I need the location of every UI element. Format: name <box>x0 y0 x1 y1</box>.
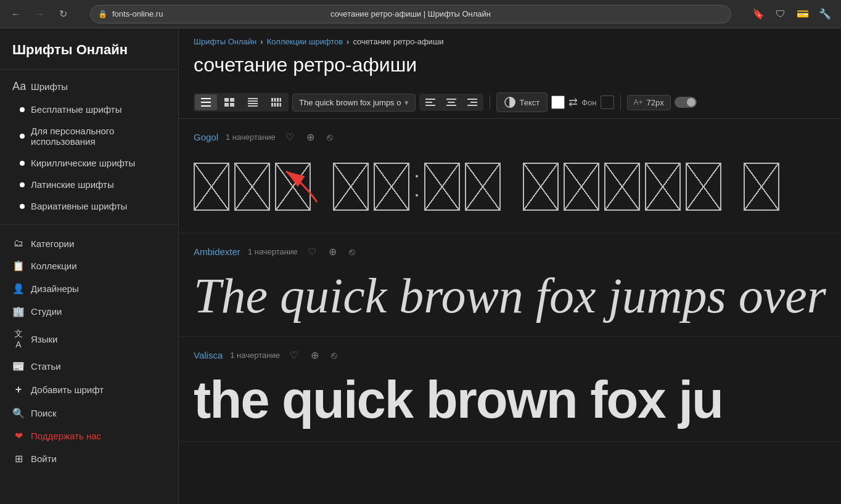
preview-text-select[interactable]: The quick brown fox jumps о ▾ <box>292 94 416 112</box>
font-header-gogol: Gogol 1 начертание ♡ ⊕ ⎋ <box>194 129 826 145</box>
broken-char-3 <box>275 163 311 211</box>
svg-rect-3 <box>224 98 229 102</box>
sidebar-item-articles[interactable]: 📰 Статьи <box>0 355 178 378</box>
layout-grid2-btn[interactable] <box>218 94 240 110</box>
font-favorite-btn-gogol[interactable]: ♡ <box>283 129 297 145</box>
dot-icon-4 <box>20 182 25 187</box>
sidebar-item-designers[interactable]: 👤 Дизайнеры <box>0 277 178 300</box>
font-preview-gogol[interactable]: .broken-char { display:inline-block; wid… <box>194 153 826 221</box>
font-share-btn-valisca[interactable]: ⎋ <box>329 348 340 364</box>
font-addlist-btn-valisca[interactable]: ⊕ <box>308 347 321 364</box>
toggle-switch[interactable] <box>675 97 697 108</box>
align-right-btn[interactable] <box>462 95 482 110</box>
layout-compact-btn[interactable] <box>242 94 264 110</box>
text-color-swatch[interactable] <box>551 96 565 109</box>
broken-char-10 <box>604 163 640 211</box>
preview-text-value: The quick brown fox jumps о <box>299 98 401 107</box>
add-icon: + <box>12 383 25 396</box>
tab-title: сочетание ретро-афиши | Шрифты Онлайн <box>330 9 491 18</box>
broken-char-9 <box>564 163 599 211</box>
svg-rect-15 <box>271 103 273 107</box>
layout-list-btn[interactable] <box>195 94 217 110</box>
bg-label: Фон <box>581 98 596 107</box>
font-favorite-btn-valisca[interactable]: ♡ <box>287 347 301 364</box>
sidebar-item-support[interactable]: ❤ Поддержать нас <box>0 425 178 447</box>
bg-color-swatch[interactable] <box>601 96 614 109</box>
font-style-count-gogol: 1 начертание <box>226 132 276 142</box>
swap-icon[interactable]: ⇄ <box>568 96 578 109</box>
back-button[interactable]: ← <box>7 6 25 23</box>
main-content: Шрифты Онлайн › Коллекции шрифтов › соче… <box>179 28 841 504</box>
languages-icon: 文A <box>12 328 25 349</box>
svg-rect-14 <box>280 98 282 102</box>
sidebar-item-fonts-label: Шрифты <box>31 81 68 92</box>
sidebar-item-studios[interactable]: 🏢 Студии <box>0 300 178 323</box>
font-preview-valisca[interactable]: the quick brown fox ju <box>194 371 826 429</box>
font-name-ambidexter[interactable]: Ambidexter <box>194 246 240 257</box>
svg-rect-26 <box>470 102 477 103</box>
bookmark-button[interactable]: 🔖 <box>750 6 767 23</box>
svg-rect-8 <box>248 100 258 102</box>
sidebar-divider-1 <box>0 224 178 225</box>
sidebar-item-free[interactable]: Бесплатные шрифты <box>0 99 178 120</box>
svg-rect-18 <box>280 103 282 107</box>
sidebar-item-categories[interactable]: 🗂 Категории <box>0 232 178 254</box>
address-bar[interactable]: 🔒 fonts-online.ru сочетание ретро-афиши … <box>90 5 731 23</box>
sidebar-item-languages-label: Языки <box>31 334 57 344</box>
sidebar-item-cyrillic[interactable]: Кириллические шрифты <box>0 152 178 174</box>
font-name-gogol[interactable]: Gogol <box>194 132 218 142</box>
search-icon: 🔍 <box>12 407 25 419</box>
svg-rect-2 <box>201 105 211 107</box>
size-prefix: A+ <box>634 98 643 107</box>
broken-char-5 <box>374 163 409 211</box>
forward-button[interactable]: → <box>31 6 48 23</box>
sidebar-item-languages[interactable]: 文A Языки <box>0 323 178 355</box>
svg-rect-23 <box>448 102 455 103</box>
font-share-btn-gogol[interactable]: ⎋ <box>324 129 335 145</box>
extension1-button[interactable]: 🛡 <box>772 6 789 23</box>
layout-buttons <box>194 93 289 112</box>
font-preview-ambidexter[interactable]: The quick brown fox jumps over <box>194 267 826 324</box>
fonts-icon: Аа <box>12 80 25 93</box>
text-align-buttons <box>419 94 483 111</box>
sidebar-item-latin[interactable]: Латинские шрифты <box>0 174 178 195</box>
svg-rect-11 <box>271 98 273 102</box>
font-favorite-btn-ambidexter[interactable]: ♡ <box>305 243 319 260</box>
font-header-ambidexter: Ambidexter 1 начертание ♡ ⊕ ⎋ <box>194 243 826 260</box>
sidebar-item-search[interactable]: 🔍 Поиск <box>0 402 178 425</box>
layout-grid4-btn[interactable] <box>265 94 287 110</box>
reload-button[interactable]: ↻ <box>54 6 72 23</box>
extension3-button[interactable]: 🔧 <box>816 6 834 23</box>
lock-icon: 🔒 <box>98 10 107 18</box>
size-value: 72px <box>647 98 664 107</box>
sidebar-item-collections[interactable]: 📋 Коллекции <box>0 254 178 277</box>
sidebar-item-variable[interactable]: Вариативные шрифты <box>0 195 178 217</box>
breadcrumb-home[interactable]: Шрифты Онлайн <box>194 37 256 46</box>
svg-rect-0 <box>201 98 211 99</box>
font-name-valisca[interactable]: Valisca <box>194 350 223 360</box>
svg-rect-16 <box>274 103 276 107</box>
font-header-valisca: Valisca 1 начертание ♡ ⊕ ⎋ <box>194 347 826 364</box>
contrast-button[interactable]: Текст <box>496 92 548 112</box>
font-addlist-btn-gogol[interactable]: ⊕ <box>304 129 317 145</box>
sidebar-item-add-label: Добавить шрифт <box>31 384 104 395</box>
sidebar-item-login[interactable]: ⊞ Войти <box>0 447 178 470</box>
heart-icon: ❤ <box>12 430 25 442</box>
svg-rect-12 <box>274 98 276 102</box>
extension2-button[interactable]: 💳 <box>794 6 811 23</box>
sidebar-item-collections-label: Коллекции <box>31 261 77 271</box>
font-section-ambidexter: Ambidexter 1 начертание ♡ ⊕ ⎋ The quick … <box>179 234 841 337</box>
align-left-btn[interactable] <box>420 95 440 110</box>
size-control: A+ 72px <box>627 95 671 110</box>
font-share-btn-ambidexter[interactable]: ⎋ <box>347 244 358 260</box>
toolbar-sep-2 <box>620 95 621 110</box>
svg-rect-5 <box>224 103 229 107</box>
sidebar-item-fonts[interactable]: Аа Шрифты <box>0 75 178 99</box>
sidebar-item-add[interactable]: + Добавить шрифт <box>0 378 178 402</box>
toolbar: The quick brown fox jumps о ▾ Текст <box>179 86 841 119</box>
sidebar-item-studios-label: Студии <box>31 306 62 317</box>
align-center-btn[interactable] <box>441 95 461 110</box>
font-addlist-btn-ambidexter[interactable]: ⊕ <box>326 243 339 260</box>
sidebar-item-personal[interactable]: Для персонального использования <box>0 120 178 152</box>
breadcrumb-collections[interactable]: Коллекции шрифтов <box>267 37 343 46</box>
